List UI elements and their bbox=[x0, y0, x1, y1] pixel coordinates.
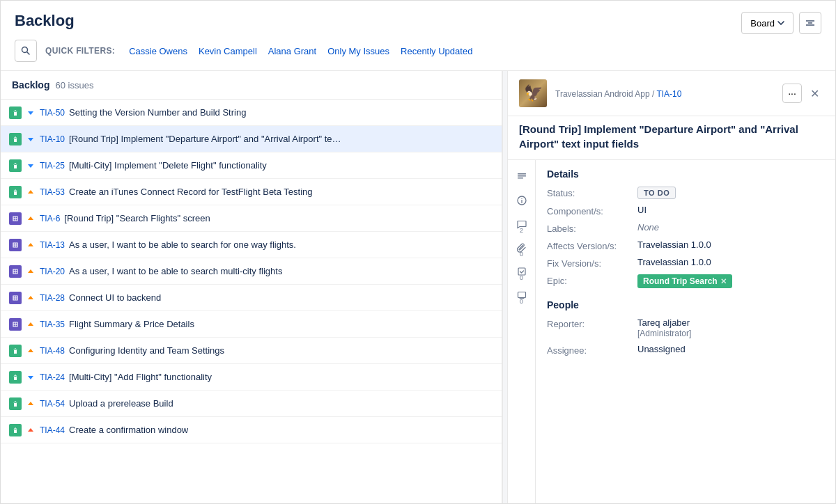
issue-summary: Create an iTunes Connect Record for Test… bbox=[69, 187, 313, 197]
issue-row[interactable]: TIA-20 As a user, I want to be able to s… bbox=[1, 258, 502, 285]
attachment-icon-btn[interactable]: 0 bbox=[511, 237, 533, 259]
detail-title: [Round Trip] Implement "Departure Airpor… bbox=[508, 116, 835, 160]
issue-row[interactable]: TIA-28 Connect UI to backend bbox=[1, 285, 502, 311]
breadcrumb-issue[interactable]: TIA-10 bbox=[656, 89, 681, 99]
people-section-title: People bbox=[547, 299, 824, 310]
epic-remove-icon[interactable]: ✕ bbox=[720, 277, 727, 286]
backlog-title: Backlog bbox=[12, 79, 49, 90]
task-type-icon bbox=[9, 292, 22, 304]
issue-id: TIA-54 bbox=[40, 399, 65, 409]
svg-rect-45 bbox=[14, 403, 17, 407]
issue-row[interactable]: TIA-6 [Round Trip] "Search Flights" scre… bbox=[1, 205, 502, 232]
issue-id: TIA-10 bbox=[40, 134, 65, 144]
detail-menu-button[interactable]: ··· bbox=[782, 84, 802, 103]
issue-row[interactable]: TIA-44 Create a confirmation window bbox=[1, 417, 502, 443]
filter-kevin[interactable]: Kevin Campell bbox=[193, 43, 263, 59]
task-type-icon bbox=[9, 212, 22, 225]
issue-row[interactable]: TIA-25 [Multi-City] Implement "Delete Fl… bbox=[1, 152, 502, 179]
detail-content: Details Status: TO DO Component/s: UI La… bbox=[536, 160, 835, 503]
assignee-label: Assignee: bbox=[547, 344, 637, 356]
epic-value[interactable]: Round Trip Search ✕ bbox=[637, 274, 824, 288]
svg-rect-48 bbox=[14, 430, 17, 433]
svg-line-1 bbox=[27, 52, 30, 55]
svg-rect-7 bbox=[14, 112, 17, 116]
breadcrumb: Travelassian Android App / TIA-10 bbox=[555, 88, 774, 99]
comment-count: 2 bbox=[520, 227, 523, 234]
board-button[interactable]: Board bbox=[741, 12, 794, 34]
issue-summary: [Multi-City] Implement "Delete Flight" f… bbox=[69, 160, 267, 171]
issue-summary: As a user, I want to be able to search m… bbox=[69, 266, 282, 276]
info-icon-btn[interactable]: i bbox=[511, 189, 533, 212]
priority-icon bbox=[26, 161, 36, 171]
task-type-icon bbox=[9, 239, 22, 251]
issue-row[interactable]: TIA-54 Upload a prerelease Build bbox=[1, 391, 502, 417]
issue-row[interactable]: TIA-50 Setting the Version Number and Bu… bbox=[1, 100, 502, 126]
issue-summary: As a user, I want to be able to search f… bbox=[69, 239, 296, 250]
priority-icon bbox=[26, 134, 36, 144]
checklist-icon-btn[interactable]: 0 bbox=[511, 260, 533, 283]
quick-filters-label: QUICK FILTERS: bbox=[45, 46, 115, 56]
affects-label: Affects Version/s: bbox=[547, 239, 637, 251]
filter-cassie[interactable]: Cassie Owens bbox=[123, 43, 193, 59]
description-icon-btn[interactable] bbox=[511, 166, 533, 188]
detail-sidebar: i 2 0 0 0 bbox=[508, 160, 536, 503]
svg-rect-10 bbox=[14, 139, 17, 142]
issue-row[interactable]: TIA-10 [Round Trip] Implement "Departure… bbox=[1, 126, 502, 152]
fix-label: Fix Version/s: bbox=[547, 257, 637, 269]
priority-icon bbox=[26, 187, 36, 197]
affects-value: Travelassian 1.0.0 bbox=[637, 239, 824, 250]
svg-rect-42 bbox=[14, 377, 17, 380]
details-section-title: Details bbox=[547, 168, 824, 180]
status-label: Status: bbox=[547, 187, 637, 198]
priority-icon bbox=[26, 399, 36, 409]
filter-recently-updated[interactable]: Recently Updated bbox=[395, 43, 478, 59]
issue-row[interactable]: TIA-53 Create an iTunes Connect Record f… bbox=[1, 179, 502, 205]
issue-row[interactable]: TIA-35 Flight Summary & Price Details bbox=[1, 311, 502, 338]
backlog-count: 60 issues bbox=[55, 80, 93, 90]
svg-rect-51 bbox=[518, 178, 523, 179]
issue-summary: [Round Trip] "Search Flights" screen bbox=[64, 213, 210, 223]
story-type-icon bbox=[9, 159, 22, 172]
priority-icon bbox=[26, 267, 36, 276]
issue-row[interactable]: TIA-48 Configuring Identity and Team Set… bbox=[1, 338, 502, 364]
issue-id: TIA-35 bbox=[40, 320, 65, 329]
story-type-icon bbox=[9, 186, 22, 198]
status-value[interactable]: TO DO bbox=[637, 187, 824, 199]
priority-icon bbox=[26, 108, 36, 118]
labels-value: None bbox=[637, 222, 824, 233]
story-type-icon bbox=[9, 397, 22, 410]
reporter-label: Reporter: bbox=[547, 317, 637, 329]
story-type-icon bbox=[9, 424, 22, 436]
reporter-value: Tareq aljaber [Administrator] bbox=[637, 317, 824, 338]
component-label: Component/s: bbox=[547, 205, 637, 216]
filter-alana[interactable]: Alana Grant bbox=[263, 43, 322, 59]
priority-icon bbox=[26, 293, 36, 303]
issue-summary: Create a confirmation window bbox=[69, 425, 188, 435]
screen-icon-btn[interactable]: 0 bbox=[511, 284, 533, 306]
issue-row[interactable]: TIA-13 As a user, I want to be able to s… bbox=[1, 232, 502, 258]
issue-id: TIA-24 bbox=[40, 372, 65, 382]
attachment-count: 0 bbox=[520, 251, 523, 258]
priority-icon bbox=[26, 372, 36, 382]
svg-text:i: i bbox=[520, 198, 522, 205]
issue-row[interactable]: TIA-24 [Multi-City] "Add Flight" functio… bbox=[1, 364, 502, 391]
fix-value: Travelassian 1.0.0 bbox=[637, 257, 824, 267]
assignee-value: Unassigned bbox=[637, 344, 824, 354]
issue-id: TIA-50 bbox=[40, 108, 65, 118]
labels-label: Labels: bbox=[547, 222, 637, 234]
svg-rect-16 bbox=[14, 191, 17, 195]
collapse-button[interactable] bbox=[799, 12, 821, 34]
detail-close-button[interactable]: ✕ bbox=[805, 84, 824, 103]
issue-id: TIA-6 bbox=[40, 214, 60, 223]
task-type-icon bbox=[9, 265, 22, 278]
comment-icon-btn[interactable]: 2 bbox=[511, 213, 533, 235]
backlog-list: TIA-50 Setting the Version Number and Bu… bbox=[1, 100, 502, 503]
component-value: UI bbox=[637, 205, 824, 215]
search-button[interactable] bbox=[15, 40, 37, 62]
issue-id: TIA-48 bbox=[40, 346, 65, 356]
filter-my-issues[interactable]: Only My Issues bbox=[322, 43, 395, 59]
issue-summary: [Multi-City] "Add Flight" functionality bbox=[69, 372, 212, 382]
epic-label: Epic: bbox=[547, 274, 637, 286]
issue-summary: Upload a prerelease Build bbox=[69, 398, 173, 409]
scroll-divider bbox=[502, 71, 508, 503]
